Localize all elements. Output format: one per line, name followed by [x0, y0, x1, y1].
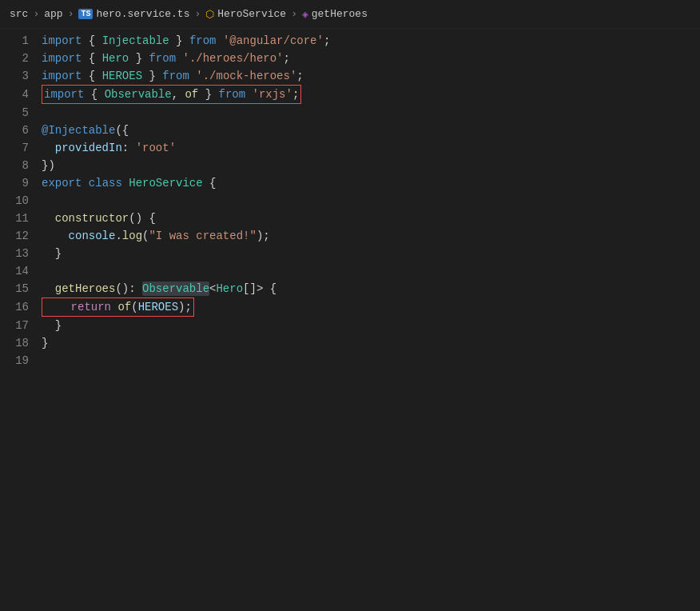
code-line: 11 constructor() { — [0, 210, 700, 227]
line-content: return of(HEROES); — [42, 298, 700, 317]
line-number: 15 — [0, 280, 42, 298]
line-content: import { HEROES } from './mock-heroes'; — [42, 67, 700, 85]
code-line: 17 } — [0, 317, 700, 334]
code-line: 15 getHeroes(): Observable<Hero[]> { — [0, 280, 700, 298]
ts-icon: TS — [78, 9, 93, 19]
code-line: 1import { Injectable } from '@angular/co… — [0, 32, 700, 50]
line-content: constructor() { — [42, 210, 700, 227]
breadcrumb-sep-4: › — [291, 8, 297, 20]
code-editor[interactable]: 1import { Injectable } from '@angular/co… — [0, 29, 700, 369]
code-line: 12 console.log("I was created!"); — [0, 227, 700, 245]
line-number: 11 — [0, 210, 42, 227]
line-content: } — [42, 317, 700, 334]
breadcrumb-class[interactable]: ⬡ HeroService — [205, 8, 286, 21]
line-number: 4 — [0, 86, 42, 103]
breadcrumb-src[interactable]: src — [10, 8, 28, 20]
code-line: 6@Injectable({ — [0, 122, 700, 139]
code-line: 19 — [0, 352, 700, 369]
breadcrumb: src › app › TS hero.service.ts › ⬡ HeroS… — [0, 0, 700, 29]
code-line: 7 providedIn: 'root' — [0, 139, 700, 157]
code-line: 13 } — [0, 245, 700, 262]
code-line: 10 — [0, 192, 700, 210]
code-line: 14 — [0, 262, 700, 280]
line-number: 8 — [0, 157, 42, 174]
code-line: 4import { Observable, of } from 'rxjs'; — [0, 85, 700, 104]
code-line: 3import { HEROES } from './mock-heroes'; — [0, 67, 700, 85]
class-icon: ⬡ — [205, 8, 214, 21]
code-line: 18} — [0, 334, 700, 352]
line-number: 10 — [0, 192, 42, 210]
breadcrumb-sep-2: › — [68, 8, 74, 20]
line-number: 12 — [0, 227, 42, 245]
line-number: 13 — [0, 245, 42, 262]
line-content: import { Injectable } from '@angular/cor… — [42, 32, 700, 50]
line-number: 14 — [0, 262, 42, 280]
line-number: 17 — [0, 317, 42, 334]
line-content: export class HeroService { — [42, 174, 700, 192]
line-number: 19 — [0, 352, 42, 369]
line-content: import { Hero } from './heroes/hero'; — [42, 50, 700, 67]
line-content: } — [42, 334, 700, 352]
line-number: 5 — [0, 104, 42, 122]
line-number: 7 — [0, 139, 42, 157]
code-line: 8}) — [0, 157, 700, 174]
code-line: 16 return of(HEROES); — [0, 298, 700, 317]
line-number: 3 — [0, 67, 42, 85]
line-number: 18 — [0, 334, 42, 352]
line-content: getHeroes(): Observable<Hero[]> { — [42, 280, 700, 298]
line-content: @Injectable({ — [42, 122, 700, 139]
line-content: providedIn: 'root' — [42, 139, 700, 157]
line-number: 16 — [0, 298, 42, 316]
line-content: import { Observable, of } from 'rxjs'; — [42, 85, 700, 104]
code-line: 9export class HeroService { — [0, 174, 700, 192]
breadcrumb-file[interactable]: TS hero.service.ts — [78, 8, 189, 20]
breadcrumb-method[interactable]: ◈ getHeroes — [302, 8, 368, 21]
breadcrumb-sep-3: › — [194, 8, 201, 20]
line-content: }) — [42, 157, 700, 174]
breadcrumb-sep-1: › — [33, 8, 39, 20]
code-line: 2import { Hero } from './heroes/hero'; — [0, 50, 700, 67]
breadcrumb-app[interactable]: app — [44, 8, 62, 20]
line-number: 1 — [0, 32, 42, 50]
line-number: 9 — [0, 174, 42, 192]
method-icon: ◈ — [302, 8, 308, 21]
line-content: } — [42, 245, 700, 262]
line-number: 6 — [0, 122, 42, 139]
code-line: 5 — [0, 104, 700, 122]
line-content: console.log("I was created!"); — [42, 227, 700, 245]
line-number: 2 — [0, 50, 42, 67]
